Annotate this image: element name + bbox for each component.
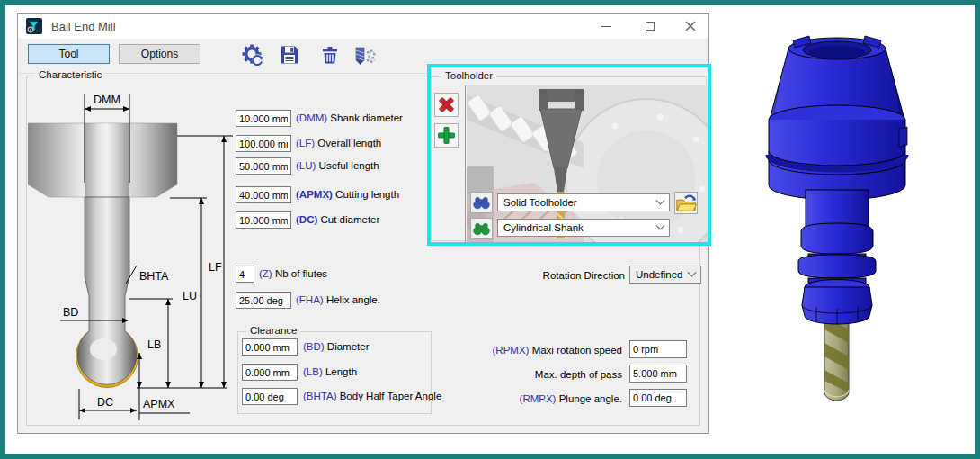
flutes-field[interactable] xyxy=(236,266,254,283)
rotation-direction-select[interactable]: Undefined xyxy=(629,266,701,284)
overall-length-field[interactable] xyxy=(236,135,291,152)
green-plus-icon xyxy=(436,125,457,146)
max-depth-of-pass-label: Max. depth of pass xyxy=(378,365,622,383)
minimize-button[interactable] xyxy=(586,14,627,39)
characteristic-group-label: Characteristic xyxy=(35,69,105,80)
shank-diameter-field[interactable] xyxy=(236,110,291,127)
overall-length-label: (LF) Overall length xyxy=(296,134,381,152)
toolholder-panel: Toolholder xyxy=(427,64,711,246)
dim-label-bd: BD xyxy=(63,306,78,319)
open-toolholder-file-button[interactable] xyxy=(674,192,698,214)
ball-end-mill-dialog: Ball End Mill Tool Options xyxy=(17,13,709,434)
close-button[interactable] xyxy=(670,14,710,39)
max-depth-of-pass-field[interactable] xyxy=(629,364,687,382)
clearance-length-field[interactable] xyxy=(242,364,298,381)
open-folder-icon xyxy=(675,193,697,213)
binoculars-blue-icon xyxy=(472,194,491,212)
toolholder-group-label: Toolholder xyxy=(441,70,496,81)
tool-graphics-button[interactable] xyxy=(352,42,378,68)
settings-button[interactable] xyxy=(240,42,265,68)
tool-chips-icon xyxy=(353,43,377,67)
toolholder-divider xyxy=(465,86,466,242)
max-rotation-speed-label: (RPMX) Maxi rotation speed xyxy=(378,341,622,359)
red-x-icon xyxy=(436,94,457,115)
cut-diameter-field[interactable] xyxy=(236,212,291,229)
window-title: Ball End Mill xyxy=(51,20,116,33)
close-icon xyxy=(685,21,696,32)
screenshot-root: Ball End Mill Tool Options xyxy=(0,0,980,459)
shank-type-value: Cylindrical Shank xyxy=(503,222,657,233)
toolholder-3d-view[interactable] xyxy=(716,19,980,442)
max-rotation-speed-field[interactable] xyxy=(629,340,687,358)
browse-shank-button[interactable] xyxy=(470,218,493,239)
floppy-disk-icon xyxy=(279,44,300,66)
helix-angle-label: (FHA) Helix angle. xyxy=(296,291,380,309)
dim-label-lf: LF xyxy=(209,261,222,274)
toolholder-type-value: Solid Toolholder xyxy=(503,197,657,208)
clearance-group-label: Clearance xyxy=(246,325,300,336)
minimize-icon xyxy=(601,26,611,27)
dim-label-dc: DC xyxy=(97,396,113,409)
dim-label-dmm: DMM xyxy=(94,94,120,106)
app-icon xyxy=(26,18,42,34)
trash-icon xyxy=(319,44,341,66)
add-toolholder-button[interactable] xyxy=(434,123,459,148)
gear-sync-icon xyxy=(241,43,264,67)
cutting-length-field[interactable] xyxy=(236,186,291,203)
chevron-down-icon xyxy=(688,267,697,276)
helix-angle-field[interactable] xyxy=(236,292,291,309)
tab-tool[interactable]: Tool xyxy=(28,44,110,64)
dim-label-apmx: APMX xyxy=(143,398,175,410)
clearance-diameter-label: (BD) Diameter xyxy=(303,338,370,356)
dim-label-lb: LB xyxy=(147,338,161,351)
clearance-diameter-field[interactable] xyxy=(242,338,298,356)
chevron-down-icon xyxy=(656,195,665,204)
plunge-angle-field[interactable] xyxy=(629,389,687,407)
useful-length-label: (LU) Useful length xyxy=(296,157,379,175)
rotation-direction-value: Undefined xyxy=(636,269,689,280)
delete-button[interactable] xyxy=(317,42,343,68)
title-bar: Ball End Mill xyxy=(18,14,708,39)
cut-diameter-label: (DC) Cut diameter xyxy=(296,211,379,229)
clearance-length-label: (LB) Length xyxy=(303,363,357,381)
tab-options[interactable]: Options xyxy=(119,44,200,64)
maximize-button[interactable] xyxy=(629,14,670,39)
remove-toolholder-button[interactable] xyxy=(434,93,459,117)
maximize-icon xyxy=(646,22,655,31)
browse-toolholder-button[interactable] xyxy=(470,192,493,213)
shank-diameter-label: (DMM) Shank diameter xyxy=(296,109,403,127)
chevron-down-icon xyxy=(656,220,665,230)
body-half-taper-angle-field[interactable] xyxy=(242,388,298,405)
rotation-direction-label: Rotation Direction xyxy=(378,266,625,284)
shank-type-select[interactable]: Cylindrical Shank xyxy=(497,219,670,237)
tool-dimension-diagram: DMM LF LU LB APMX xyxy=(28,86,236,420)
flutes-label: (Z) Nb of flutes xyxy=(259,265,327,283)
binoculars-green-icon xyxy=(472,220,491,238)
toolholder-type-select[interactable]: Solid Toolholder xyxy=(497,194,670,212)
useful-length-field[interactable] xyxy=(236,158,291,175)
dim-label-lu: LU xyxy=(183,290,197,302)
cutting-length-label: (APMX) Cutting length xyxy=(296,185,399,203)
save-button[interactable] xyxy=(277,42,302,68)
plunge-angle-label: (RMPX) Plunge angle. xyxy=(378,390,622,408)
dim-label-bhta: BHTA xyxy=(139,270,169,283)
